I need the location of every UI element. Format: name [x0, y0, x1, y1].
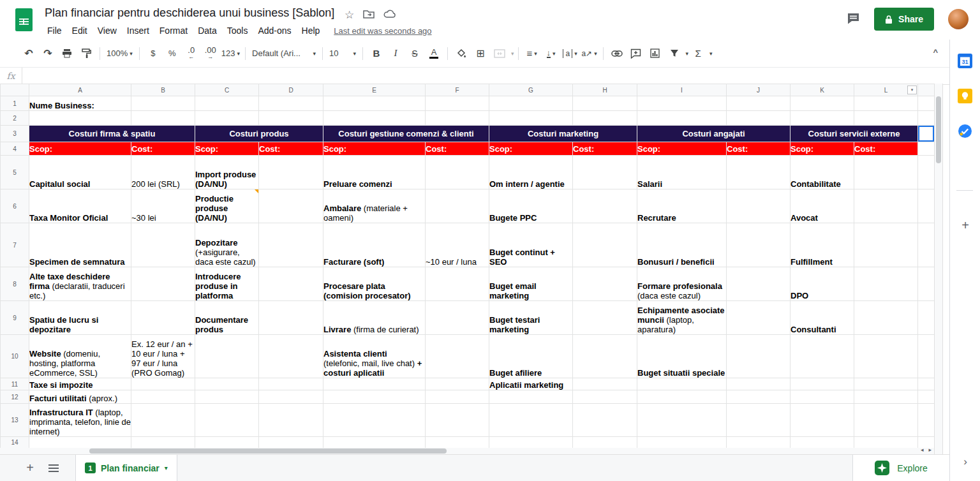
menu-data[interactable]: Data	[193, 23, 222, 38]
column-header-D[interactable]: D	[259, 84, 323, 96]
cell-D9[interactable]	[259, 301, 323, 335]
cell-I5[interactable]: Salarii	[637, 156, 727, 189]
italic-button[interactable]: I	[387, 45, 404, 62]
cell-M3[interactable]	[918, 126, 935, 142]
column-header-partial[interactable]	[918, 84, 935, 96]
cell-J9[interactable]	[727, 301, 791, 335]
column-dropdown-icon[interactable]: ▾	[907, 85, 917, 94]
cell-K2[interactable]	[791, 111, 854, 126]
cell-A7[interactable]: Specimen de semnatura	[29, 223, 131, 267]
all-sheets-icon[interactable]	[48, 464, 59, 472]
scroll-right-icon[interactable]: ▸	[928, 447, 932, 453]
cell-H8[interactable]	[573, 267, 637, 301]
cell-H13[interactable]	[573, 404, 637, 437]
row-header-14[interactable]: 14	[1, 437, 29, 448]
menu-add-ons[interactable]: Add-ons	[253, 23, 296, 38]
cell-K12[interactable]	[791, 390, 854, 404]
cell-I7[interactable]: Bonusuri / beneficii	[637, 223, 727, 267]
sheet-tab-plan-financiar[interactable]: 1 Plan financiar ▾	[75, 455, 177, 481]
cell-M5[interactable]	[918, 156, 935, 189]
cell-I4[interactable]: Scop:	[637, 142, 727, 156]
cell-G10[interactable]: Buget afiliere	[489, 335, 573, 378]
column-header-F[interactable]: F	[426, 84, 489, 96]
cell-F12[interactable]	[426, 390, 489, 404]
scroll-left-icon[interactable]: ◂	[921, 447, 924, 453]
cell-J6[interactable]	[727, 189, 791, 223]
cell-M2[interactable]	[918, 111, 935, 126]
cell-M12[interactable]	[918, 390, 935, 404]
cell-F10[interactable]	[426, 335, 489, 378]
insert-comment-icon[interactable]	[628, 45, 644, 62]
row-header-5[interactable]: 5	[1, 156, 29, 189]
cell-C10[interactable]	[195, 335, 259, 378]
cell-C11[interactable]	[195, 378, 259, 390]
decrease-decimal-button[interactable]: .0←	[183, 45, 200, 62]
font-size-select[interactable]: 10▾	[327, 48, 359, 58]
cell-A6[interactable]: Taxa Monitor Oficial	[29, 189, 131, 223]
share-button[interactable]: Share	[874, 8, 934, 31]
cell-G8[interactable]: Buget email marketing	[489, 267, 573, 301]
strikethrough-button[interactable]: S	[406, 45, 423, 62]
row-header-7[interactable]: 7	[1, 223, 29, 267]
font-select[interactable]: Default (Ari...▾	[249, 48, 318, 58]
zoom-select[interactable]: 100%▾	[104, 48, 135, 58]
cell-L9[interactable]	[854, 301, 918, 335]
explore-button[interactable]: Explore	[852, 455, 949, 481]
cell-J11[interactable]	[727, 378, 791, 390]
cell-B11[interactable]	[131, 378, 195, 390]
row-header-12[interactable]: 12	[1, 390, 29, 404]
cell-D8[interactable]	[259, 267, 323, 301]
cell-A4[interactable]: Scop:	[29, 142, 131, 156]
format-currency-button[interactable]: $	[145, 45, 161, 62]
menu-tools[interactable]: Tools	[222, 23, 253, 38]
cell-K11[interactable]	[791, 378, 854, 390]
cell-A2[interactable]	[29, 111, 131, 126]
row-header-8[interactable]: 8	[1, 267, 29, 301]
cell-B2[interactable]	[131, 111, 195, 126]
cell-B6[interactable]: ~30 lei	[131, 189, 195, 223]
cell-B9[interactable]	[131, 301, 195, 335]
cell-B8[interactable]	[131, 267, 195, 301]
cell-C1[interactable]	[195, 96, 259, 111]
cell-I10[interactable]: Buget situatii speciale	[637, 335, 727, 378]
cell-C6[interactable]: Productie produse (DA/NU)	[195, 189, 259, 223]
cell-F2[interactable]	[426, 111, 489, 126]
document-title[interactable]: Plan financiar pentru deschiderea unui b…	[45, 6, 334, 20]
filter-icon[interactable]	[666, 45, 683, 62]
menu-edit[interactable]: Edit	[67, 23, 93, 38]
cell-F11[interactable]	[426, 378, 489, 390]
cell-J12[interactable]	[727, 390, 791, 404]
cell-A8[interactable]: Alte taxe deschidere firma (declaratii, …	[29, 267, 131, 301]
menu-format[interactable]: Format	[154, 23, 193, 38]
document-status-cloud-icon[interactable]	[383, 9, 396, 21]
cell-E11[interactable]	[323, 378, 426, 390]
cell-H5[interactable]	[573, 156, 637, 189]
cell-M9[interactable]	[918, 301, 935, 335]
column-header-J[interactable]: J	[727, 84, 791, 96]
cell-L10[interactable]	[854, 335, 918, 378]
cell-E7[interactable]: Facturare (soft)	[323, 223, 426, 267]
column-header-B[interactable]: B	[131, 84, 195, 96]
cell-I1[interactable]	[637, 96, 727, 111]
cell-G1[interactable]	[489, 96, 573, 111]
cell-G4[interactable]: Scop:	[489, 142, 573, 156]
select-all-corner[interactable]	[1, 84, 29, 96]
cell-G14[interactable]	[489, 437, 573, 448]
increase-decimal-button[interactable]: .00→	[202, 45, 219, 62]
cell-C5[interactable]: Import produse (DA/NU)	[195, 156, 259, 189]
cell-C9[interactable]: Documentare produs	[195, 301, 259, 335]
cell-M4[interactable]	[918, 142, 935, 156]
horizontal-align-button[interactable]: ≡▾	[524, 45, 540, 62]
cell-F9[interactable]	[426, 301, 489, 335]
row-header-2[interactable]: 2	[1, 111, 29, 126]
cell-J8[interactable]	[727, 267, 791, 301]
cell-M6[interactable]	[918, 189, 935, 223]
cell-J10[interactable]	[727, 335, 791, 378]
cell-H11[interactable]	[573, 378, 637, 390]
cell-J1[interactable]	[727, 96, 791, 111]
cell-C2[interactable]	[195, 111, 259, 126]
vertical-scrollbar[interactable]	[934, 84, 943, 454]
cell-F1[interactable]	[426, 96, 489, 111]
cell-L1[interactable]	[854, 96, 918, 111]
column-header-E[interactable]: E	[323, 84, 426, 96]
